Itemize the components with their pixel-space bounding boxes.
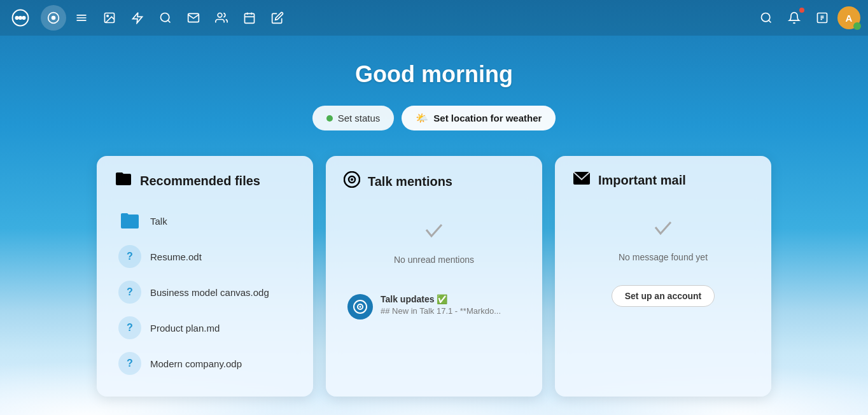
setup-account-button[interactable]: Set up an account	[612, 285, 715, 307]
talk-update-title: Talk updates ✅	[381, 294, 521, 304]
svg-line-9	[168, 20, 171, 23]
check-icon-talk	[421, 217, 447, 248]
user-avatar[interactable]: A	[837, 6, 860, 29]
file-name-product: Product plan.md	[150, 323, 220, 334]
talk-empty-text: No unread mentions	[394, 255, 474, 265]
calendar-nav-icon[interactable]	[237, 5, 262, 31]
set-status-button[interactable]: Set status	[312, 106, 395, 130]
set-weather-button[interactable]: 🌤️ Set location for weather	[402, 106, 556, 130]
svg-point-5	[52, 16, 56, 20]
file-name-resume: Resume.odt	[150, 251, 202, 262]
search-nav-icon[interactable]	[153, 5, 178, 31]
notifications-button[interactable]	[781, 5, 807, 31]
important-mail-card: Important mail No message found yet Set …	[555, 156, 771, 397]
talk-mentions-header: Talk mentions	[344, 171, 524, 192]
file-item-resume[interactable]: ? Resume.odt	[115, 239, 295, 274]
svg-point-23	[351, 178, 353, 181]
svg-point-7	[107, 15, 109, 17]
svg-line-16	[769, 20, 771, 23]
recommended-files-card: Recommended files Talk ? Resume.odt ? Bu…	[97, 156, 313, 397]
unknown-icon-modern: ?	[118, 352, 141, 375]
nextcloud-logo[interactable]	[8, 5, 33, 31]
svg-point-2	[22, 16, 25, 20]
files-nav-icon[interactable]	[69, 5, 94, 31]
unknown-icon-business: ?	[118, 281, 141, 304]
file-item-business[interactable]: ? Business model canvas.odg	[115, 274, 295, 310]
talk-update-preview: ## New in Talk 17.1 - **Markdo...	[381, 306, 521, 316]
talk-avatar	[347, 294, 373, 320]
photos-nav-icon[interactable]	[97, 5, 122, 31]
contacts-nav-icon[interactable]	[209, 5, 234, 31]
talk-update-content: Talk updates ✅ ## New in Talk 17.1 - **M…	[381, 294, 521, 316]
folder-icon-talk	[118, 209, 141, 232]
file-name-modern: Modern company.odp	[150, 358, 242, 369]
main-content: Good morning Set status 🌤️ Set location …	[0, 36, 868, 397]
topbar: A	[0, 0, 868, 36]
recommended-files-title: Recommended files	[140, 174, 260, 188]
mail-empty-text: No message found yet	[619, 252, 708, 262]
notification-badge	[799, 8, 804, 13]
talk-update-item[interactable]: Talk updates ✅ ## New in Talk 17.1 - **M…	[344, 288, 524, 326]
file-item-modern[interactable]: ? Modern company.odp	[115, 346, 295, 381]
file-item-product[interactable]: ? Product plan.md	[115, 310, 295, 346]
set-status-label: Set status	[338, 113, 381, 123]
check-icon-mail	[650, 215, 676, 246]
svg-point-3	[18, 16, 22, 20]
user-status-button[interactable]	[809, 5, 835, 31]
talk-icon	[344, 171, 360, 192]
status-dot	[326, 115, 333, 122]
file-item-talk[interactable]: Talk	[115, 203, 295, 239]
avatar-initial: A	[846, 13, 853, 24]
talk-empty-state: No unread mentions	[344, 204, 524, 288]
greeting-text: Good morning	[355, 61, 513, 88]
svg-point-10	[218, 13, 222, 18]
svg-rect-11	[245, 13, 255, 23]
mail-nav-icon[interactable]	[181, 5, 206, 31]
cards-container: Recommended files Talk ? Resume.odt ? Bu…	[0, 156, 868, 397]
mail-empty-state: No message found yet Set up an account	[573, 202, 753, 317]
set-weather-label: Set location for weather	[433, 113, 542, 123]
folder-icon	[115, 171, 132, 190]
action-buttons: Set status 🌤️ Set location for weather	[312, 106, 556, 130]
talk-mentions-card: Talk mentions No unread mentions	[326, 156, 542, 397]
weather-icon: 🌤️	[416, 112, 428, 124]
topbar-left	[8, 5, 753, 31]
notes-nav-icon[interactable]	[265, 5, 290, 31]
svg-point-26	[360, 306, 361, 308]
important-mail-title: Important mail	[598, 173, 686, 188]
mail-card-icon	[573, 171, 591, 189]
file-name-talk: Talk	[150, 216, 167, 227]
svg-point-8	[161, 13, 169, 22]
activity-nav-icon[interactable]	[125, 5, 150, 31]
header-search-button[interactable]	[753, 5, 779, 31]
file-name-business: Business model canvas.odg	[150, 287, 269, 298]
unknown-icon-resume: ?	[118, 245, 141, 268]
talk-mentions-title: Talk mentions	[368, 174, 452, 189]
important-mail-header: Important mail	[573, 171, 753, 189]
topbar-right: A	[753, 5, 860, 31]
home-nav-icon[interactable]	[41, 5, 66, 31]
avatar-status-badge	[853, 22, 861, 30]
recommended-files-header: Recommended files	[115, 171, 295, 190]
svg-point-1	[15, 16, 18, 20]
unknown-icon-product: ?	[118, 316, 141, 339]
svg-point-15	[762, 13, 770, 22]
